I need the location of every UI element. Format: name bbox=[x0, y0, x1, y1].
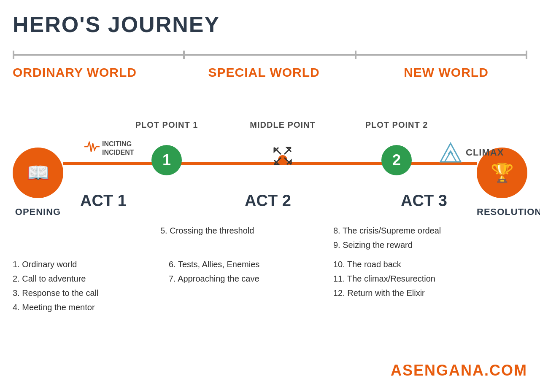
inciting-incident-text: INCITING INCIDENT bbox=[102, 140, 134, 156]
climax-container: CLIMAX bbox=[439, 142, 504, 164]
plot-point-1-circle: 1 bbox=[151, 145, 182, 175]
mountain-icon bbox=[439, 142, 462, 164]
items-8-9-text: 8. The crisis/Supreme ordeal 9. Seizing … bbox=[333, 223, 441, 252]
inciting-incident: INCITING INCIDENT bbox=[84, 139, 134, 157]
special-world-label: SPECIAL WORLD bbox=[208, 65, 320, 80]
timeline-tick-2 bbox=[355, 51, 356, 59]
opening-label: OPENING bbox=[13, 207, 63, 217]
timeline-bar-container bbox=[13, 51, 527, 59]
resolution-label: RESOLUTION bbox=[477, 207, 540, 217]
trophy-icon: 🏆 bbox=[491, 162, 514, 184]
new-world-label: NEW WORLD bbox=[404, 65, 489, 80]
col-1-text: 1. Ordinary world 2. Call to adventure 3… bbox=[13, 257, 98, 314]
compress-icon bbox=[273, 146, 293, 166]
pulse-icon bbox=[84, 139, 100, 157]
col-3-text: 10. The road back 11. The climax/Resurec… bbox=[333, 257, 435, 300]
book-icon: 📖 bbox=[27, 162, 50, 184]
item-5-text: 5. Crossing the threshold bbox=[160, 223, 254, 238]
climax-label: CLIMAX bbox=[466, 147, 504, 158]
ordinary-world-label: ORDINARY WORLD bbox=[13, 65, 137, 80]
plot-point-2-label: PLOT POINT 2 bbox=[365, 120, 428, 130]
plot-point-1-label: PLOT POINT 1 bbox=[135, 120, 198, 130]
opening-circle: 📖 bbox=[13, 148, 63, 198]
plot-point-2-circle: 2 bbox=[381, 145, 412, 175]
timeline-tick-start bbox=[13, 51, 14, 59]
act-1-label: ACT 1 bbox=[80, 192, 127, 210]
middle-point-icon-container bbox=[272, 145, 294, 167]
timeline-tick-1 bbox=[183, 51, 185, 59]
pulse-wave-icon bbox=[84, 139, 100, 154]
act-3-label: ACT 3 bbox=[401, 192, 447, 210]
page-title: HERO'S JOURNEY bbox=[13, 12, 220, 37]
act-2-label: ACT 2 bbox=[245, 192, 291, 210]
journey-line bbox=[63, 162, 477, 165]
timeline-bar bbox=[13, 54, 527, 56]
brand-label: ASENGANA.COM bbox=[391, 362, 527, 379]
timeline-tick-end bbox=[526, 51, 527, 59]
col-2-text: 6. Tests, Allies, Enemies 7. Approaching… bbox=[169, 257, 259, 286]
middle-point-label: MIDDLE POINT bbox=[250, 120, 315, 130]
